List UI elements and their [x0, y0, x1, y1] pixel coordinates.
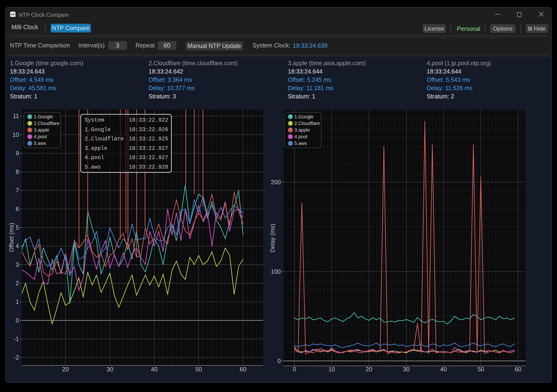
svg-text:200: 200 [271, 179, 281, 185]
svg-text:7: 7 [16, 187, 19, 193]
svg-text:4: 4 [16, 243, 19, 249]
svg-text:1.Google: 1.Google [34, 114, 53, 119]
svg-text:5.aws: 5.aws [84, 164, 101, 170]
svg-text:50: 50 [477, 366, 484, 373]
svg-text:10: 10 [328, 366, 335, 373]
svg-text:4.pool: 4.pool [34, 134, 47, 139]
svg-text:18:33:22.922: 18:33:22.922 [129, 117, 168, 123]
svg-text:2.Cloudflare: 2.Cloudflare [34, 121, 60, 126]
svg-text:60: 60 [240, 366, 246, 373]
svg-text:-2: -2 [14, 354, 19, 361]
svg-text:18:33:22.928: 18:33:22.928 [129, 164, 168, 170]
svg-text:60: 60 [515, 366, 521, 373]
svg-text:5.aws: 5.aws [295, 141, 307, 146]
svg-text:4.pool: 4.pool [295, 134, 308, 139]
svg-text:1.Google: 1.Google [84, 127, 111, 133]
svg-text:2: 2 [16, 280, 19, 287]
svg-text:5: 5 [16, 224, 19, 231]
svg-text:30: 30 [403, 366, 410, 373]
svg-text:5.aws: 5.aws [34, 141, 46, 146]
svg-text:18:33:22.926: 18:33:22.926 [129, 127, 168, 133]
svg-text:30: 30 [106, 366, 113, 373]
svg-text:3: 3 [16, 261, 19, 268]
svg-text:18:33:22.927: 18:33:22.927 [129, 155, 168, 161]
svg-text:18:33:22.925: 18:33:22.925 [129, 136, 168, 142]
svg-text:2.Cloudflare: 2.Cloudflare [295, 121, 320, 126]
svg-text:0: 0 [293, 366, 296, 373]
svg-text:40: 40 [151, 366, 158, 373]
svg-text:20: 20 [366, 366, 372, 373]
svg-text:20: 20 [62, 366, 69, 373]
svg-text:3.apple: 3.apple [84, 145, 107, 152]
svg-text:3.apple: 3.apple [34, 127, 49, 133]
svg-text:Delay (ms): Delay (ms) [269, 224, 276, 253]
svg-text:4.pool: 4.pool [84, 155, 104, 161]
svg-text:0: 0 [16, 317, 19, 324]
svg-text:10: 10 [12, 131, 19, 138]
svg-text:40: 40 [440, 366, 447, 373]
svg-text:2.Cloudflare: 2.Cloudflare [84, 136, 124, 142]
svg-text:9: 9 [16, 150, 19, 157]
svg-text:1: 1 [16, 298, 19, 305]
svg-text:11: 11 [13, 113, 19, 119]
svg-text:-1: -1 [14, 336, 19, 342]
svg-text:3.apple: 3.apple [295, 127, 310, 133]
svg-text:1.Google: 1.Google [295, 114, 314, 119]
svg-text:100: 100 [271, 268, 281, 275]
svg-text:6: 6 [16, 206, 19, 212]
svg-text:8: 8 [16, 168, 19, 175]
svg-text:50: 50 [195, 366, 202, 373]
svg-text:0: 0 [278, 358, 281, 364]
svg-text:18:33:22.927: 18:33:22.927 [129, 145, 168, 152]
svg-text:System: System [84, 117, 104, 123]
svg-text:Offset (ms): Offset (ms) [8, 223, 15, 252]
